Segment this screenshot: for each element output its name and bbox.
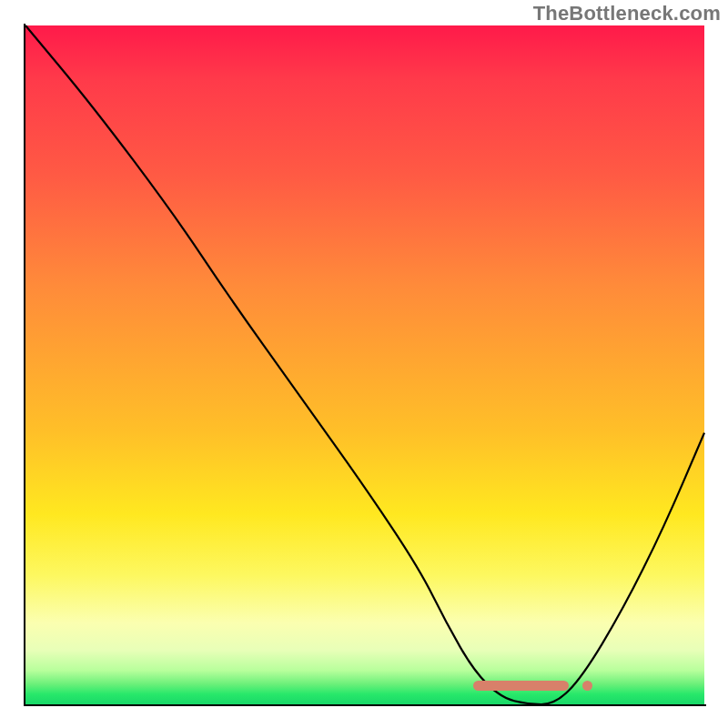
optimal-point-marker (582, 681, 592, 691)
optimal-range-marker (473, 681, 568, 691)
bottleneck-curve (25, 25, 704, 704)
watermark-text: TheBottleneck.com (533, 2, 721, 25)
chart-container: TheBottleneck.com (0, 0, 728, 728)
x-axis (24, 704, 706, 706)
